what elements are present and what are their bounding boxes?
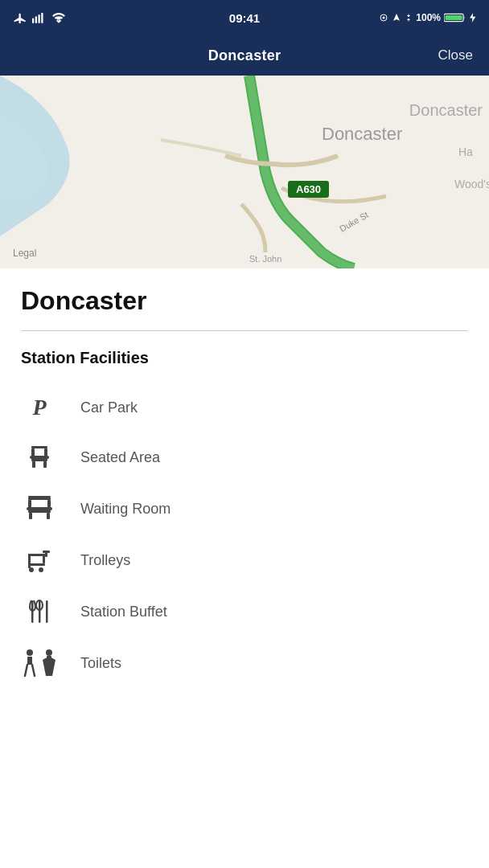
waiting-room-icon	[21, 494, 58, 523]
nav-title: Doncaster	[208, 47, 281, 64]
svg-rect-19	[31, 446, 47, 448]
svg-rect-37	[28, 563, 45, 566]
content-area: Doncaster Station Facilities P Car Park	[0, 268, 489, 689]
toilets-icon	[21, 649, 58, 678]
svg-rect-32	[47, 513, 50, 519]
car-park-label: Car Park	[80, 399, 138, 416]
status-right: 100%	[379, 12, 476, 23]
svg-rect-25	[43, 461, 47, 468]
svg-point-38	[29, 567, 34, 572]
svg-rect-29	[27, 507, 52, 510]
svg-point-39	[39, 567, 43, 572]
facility-waiting-room: Waiting Room	[21, 483, 468, 534]
station-name: Doncaster	[21, 268, 468, 330]
facility-trolleys: Trolleys	[21, 534, 468, 586]
svg-rect-24	[32, 461, 35, 468]
seated-area-icon	[21, 443, 58, 472]
map-city-label: Doncaster	[409, 101, 483, 120]
svg-rect-2	[39, 14, 40, 23]
svg-rect-31	[29, 513, 32, 519]
svg-rect-43	[39, 600, 41, 623]
city-label: Doncaster	[322, 124, 402, 144]
svg-rect-42	[31, 600, 34, 623]
seated-area-label: Seated Area	[80, 449, 160, 466]
buffet-label: Station Buffet	[80, 604, 167, 620]
svg-rect-7	[446, 15, 462, 20]
buffet-icon	[21, 597, 58, 626]
svg-rect-41	[43, 551, 50, 553]
status-bar: 09:41 100%	[0, 0, 489, 35]
toilets-label: Toilets	[80, 655, 121, 672]
status-time: 09:41	[229, 11, 260, 25]
svg-point-5	[383, 17, 385, 19]
svg-point-46	[27, 649, 33, 656]
parking-icon: P	[21, 395, 58, 420]
svg-rect-26	[28, 497, 51, 500]
airplane-icon	[13, 12, 27, 23]
facility-toilets: Toilets	[21, 637, 468, 689]
nav-bar: Doncaster Close	[0, 35, 489, 76]
stjohn-label: St. John	[249, 254, 281, 264]
svg-rect-0	[32, 18, 34, 23]
ha-label: Ha	[458, 145, 473, 158]
battery-icon	[444, 12, 466, 23]
trolleys-icon	[21, 546, 58, 575]
svg-rect-30	[28, 510, 51, 513]
facility-seated-area: Seated Area	[21, 432, 468, 483]
facility-car-park: P Car Park	[21, 383, 468, 432]
trolleys-label: Trolleys	[80, 552, 130, 569]
svg-rect-36	[43, 554, 45, 563]
map-container[interactable]: A630 Doncaster Ha Wood's Duke St Waterda…	[0, 76, 489, 268]
svg-point-48	[46, 649, 52, 656]
svg-rect-22	[30, 456, 49, 459]
arrow-icon	[392, 12, 401, 23]
charging-icon	[470, 12, 476, 23]
facilities-title: Station Facilities	[21, 349, 468, 367]
signal-icon	[32, 12, 47, 23]
svg-rect-45	[46, 600, 48, 623]
woods-label: Wood's	[454, 178, 489, 190]
road-sign-overlay: A630	[288, 181, 329, 198]
facility-list: P Car Park Seated Area	[21, 383, 468, 689]
close-button[interactable]: Close	[438, 47, 473, 63]
svg-rect-49	[47, 656, 51, 662]
facility-station-buffet: Station Buffet	[21, 586, 468, 637]
svg-rect-3	[41, 13, 43, 23]
divider	[21, 330, 468, 331]
svg-rect-33	[28, 496, 51, 497]
bluetooth-icon	[405, 12, 413, 23]
location-icon	[379, 12, 388, 23]
svg-rect-47	[27, 657, 32, 665]
wifi-icon	[51, 12, 66, 23]
waiting-room-label: Waiting Room	[80, 501, 171, 518]
svg-rect-1	[35, 17, 37, 23]
battery-percent: 100%	[416, 12, 441, 23]
status-left	[13, 12, 66, 23]
legal-text-overlay: Legal	[13, 248, 36, 259]
svg-rect-23	[31, 459, 47, 461]
